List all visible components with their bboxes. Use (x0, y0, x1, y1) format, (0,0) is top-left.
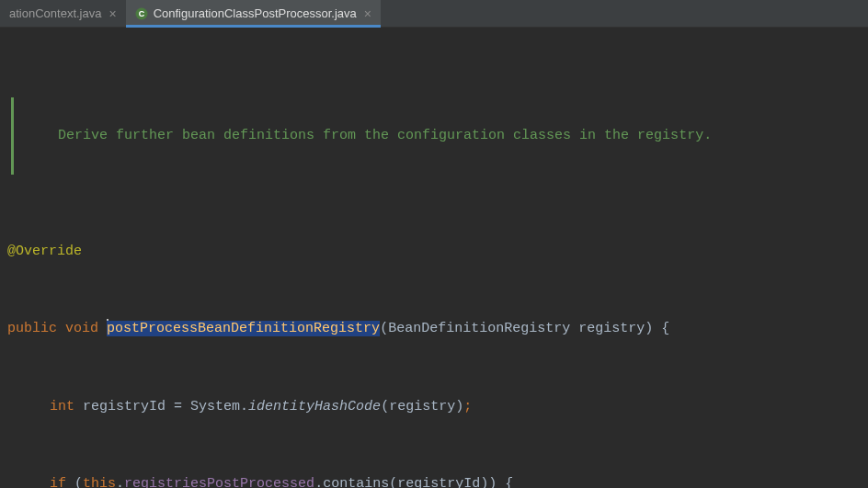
close-icon[interactable]: × (364, 7, 371, 20)
close-icon[interactable]: × (108, 7, 116, 20)
class-icon: C (135, 7, 148, 20)
tab-label: ationContext.java (9, 6, 101, 20)
svg-text:C: C (138, 9, 144, 18)
editor-tabs: ationContext.java × C ConfigurationClass… (0, 0, 868, 28)
javadoc-comment: Derive further bean definitions from the… (11, 97, 868, 175)
kw-public: public (7, 321, 57, 336)
annotation: @Override (7, 244, 82, 259)
tab-label: ConfigurationClassPostProcessor.java (154, 6, 357, 20)
tab-active[interactable]: C ConfigurationClassPostProcessor.java × (126, 0, 381, 27)
doc-text: Derive further bean definitions from the… (58, 128, 712, 143)
tab-inactive[interactable]: ationContext.java × (0, 0, 126, 27)
kw-void: void (65, 321, 98, 336)
code-editor[interactable]: Derive further bean definitions from the… (0, 28, 868, 488)
method-declaration: postProcessBeanDefinitionRegistry (107, 321, 380, 336)
